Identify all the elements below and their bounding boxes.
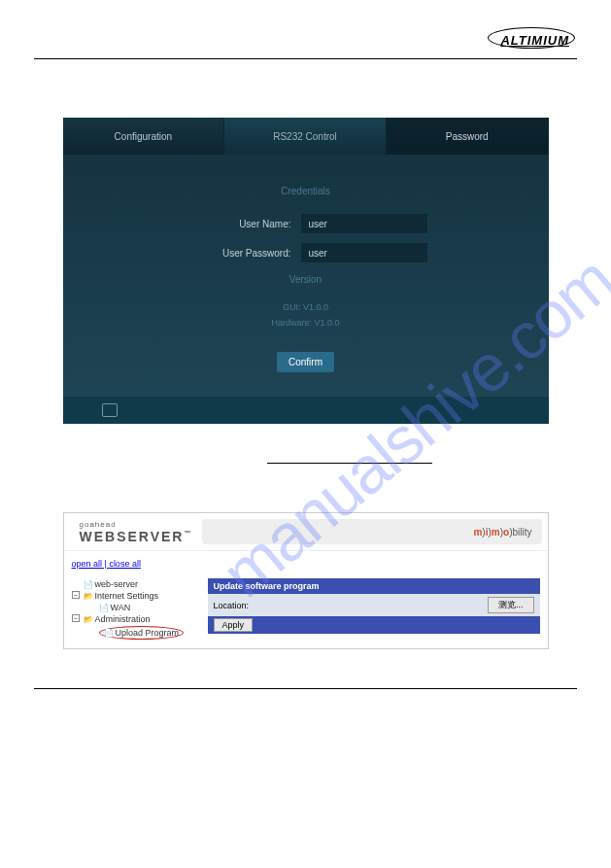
collapse-icon[interactable]: − (72, 614, 80, 622)
browse-button[interactable]: 测览... (488, 597, 534, 613)
version-title: Version (92, 274, 520, 285)
tab-password[interactable]: Password (387, 118, 549, 155)
close-all-link[interactable]: close all (109, 559, 141, 569)
update-software-header: Update software program (208, 578, 540, 594)
page-header: ALTIMIUM (34, 29, 577, 51)
password-label: User Password: (185, 248, 291, 259)
tree-administration[interactable]: −Administration (72, 613, 192, 625)
nav-tree: open all | close all web-server −Interne… (64, 551, 200, 648)
tab-bar: Configuration RS232 Control Password (63, 118, 549, 155)
tree-upload-program[interactable]: Upload Program (72, 625, 192, 641)
credentials-panel: Configuration RS232 Control Password Cre… (63, 118, 549, 424)
mid-underline (267, 463, 432, 464)
page-icon (84, 579, 93, 587)
page-icon (104, 628, 114, 636)
webserver-text: WEBSERVER (80, 529, 185, 544)
tab-configuration[interactable]: Configuration (63, 118, 225, 155)
content-area: Update software program Location: 测览... … (200, 551, 548, 648)
folder-icon (84, 591, 93, 599)
tree-webserver[interactable]: web-server (72, 578, 192, 590)
confirm-button[interactable]: Confirm (277, 352, 334, 372)
hardware-version: Hardware: V1.0.0 (92, 318, 520, 328)
logo-text: ALTIMIUM (500, 33, 569, 48)
footer-rule (34, 688, 577, 689)
folder-icon (84, 614, 93, 622)
collapse-icon[interactable]: − (72, 591, 80, 599)
page-icon (99, 603, 109, 610)
credentials-title: Credentials (92, 186, 520, 196)
panel-footer (63, 397, 549, 424)
tree-internet-settings[interactable]: −Internet Settings (72, 590, 192, 602)
banner: m)i)m)o)bility (202, 519, 541, 544)
apply-button[interactable]: Apply (214, 618, 254, 632)
username-label: User Name: (185, 219, 291, 229)
chat-icon[interactable] (102, 403, 118, 417)
tab-rs232-control[interactable]: RS232 Control (224, 118, 387, 155)
mimo-logo: m)i)m)o)bility (473, 527, 531, 538)
webserver-panel: goahead WEBSERVER™ m)i)m)o)bility open a… (63, 512, 549, 649)
open-all-link[interactable]: open all (72, 559, 103, 569)
header-rule (34, 58, 577, 59)
gui-version: GUI: V1.0.0 (92, 302, 520, 312)
location-label: Location: (214, 601, 250, 610)
tree-wan[interactable]: WAN (72, 602, 192, 613)
username-input[interactable] (301, 214, 427, 233)
altimium-logo: ALTIMIUM (492, 29, 577, 51)
webserver-logo: goahead WEBSERVER™ (70, 520, 193, 544)
password-input[interactable] (301, 243, 427, 262)
goahead-text: goahead (80, 520, 193, 529)
